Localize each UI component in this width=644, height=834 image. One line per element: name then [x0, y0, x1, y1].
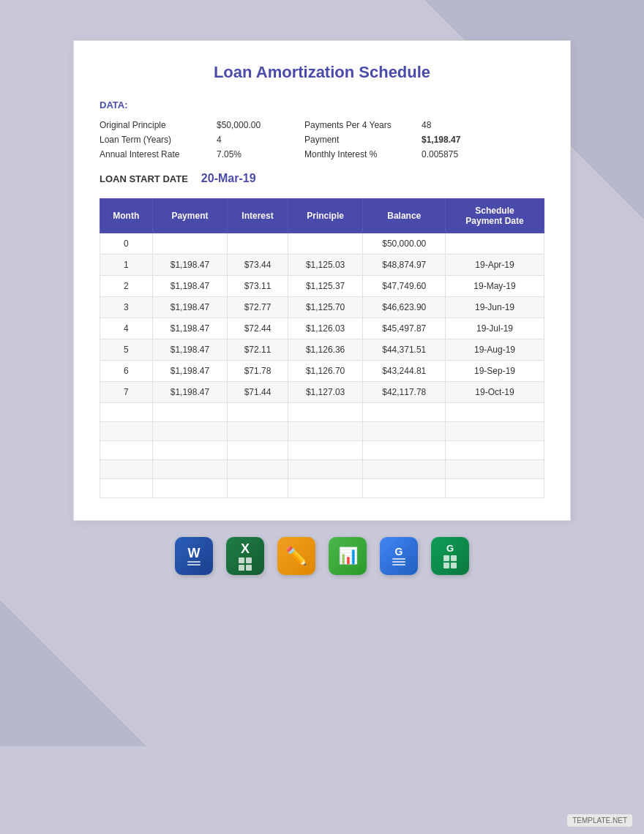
cell-date: 19-Sep-19: [446, 361, 544, 382]
excel-icon[interactable]: X: [226, 537, 264, 575]
cell-balance: $46,623.90: [363, 297, 446, 318]
table-row: [100, 460, 544, 479]
cell-balance: $42,117.78: [363, 382, 446, 403]
cell-payment: $1,198.47: [152, 276, 228, 297]
table-row: [100, 403, 544, 422]
cell-date: [446, 441, 544, 460]
cell-principle: $1,126.70: [288, 361, 363, 382]
cell-interest: $73.11: [228, 276, 288, 297]
payments-per-value: 48: [422, 118, 487, 132]
pages-icon[interactable]: ✏️: [277, 537, 315, 575]
cell-principle: [288, 479, 363, 498]
word-icon[interactable]: W: [175, 537, 213, 575]
cell-balance: $44,371.51: [363, 339, 446, 361]
table-row: 7$1,198.47$71.44$1,127.03$42,117.7819-Oc…: [100, 382, 544, 403]
cell-balance: [363, 422, 446, 441]
cell-month: [100, 479, 153, 498]
cell-payment: [152, 460, 228, 479]
cell-payment: $1,198.47: [152, 361, 228, 382]
cell-balance: [363, 460, 446, 479]
cell-interest: $71.44: [228, 382, 288, 403]
table-header-row: Month Payment Interest Principle Balance…: [100, 199, 544, 233]
cell-date: [446, 460, 544, 479]
original-principle-value: $50,000.00: [217, 118, 304, 132]
col-header-balance: Balance: [363, 199, 446, 233]
cell-date: 19-Apr-19: [446, 255, 544, 276]
cell-balance: $45,497.87: [363, 318, 446, 339]
cell-month: 3: [100, 297, 153, 318]
cell-interest: $71.78: [228, 361, 288, 382]
table-row: 2$1,198.47$73.11$1,125.37$47,749.6019-Ma…: [100, 276, 544, 297]
cell-principle: $1,125.37: [288, 276, 363, 297]
data-grid: Original Principle $50,000.00 Payments P…: [100, 118, 544, 162]
cell-balance: $48,874.97: [363, 255, 446, 276]
col-header-schedule-date: SchedulePayment Date: [446, 199, 544, 233]
loan-start-date: 20-Mar-19: [201, 172, 256, 185]
cell-payment: $1,198.47: [152, 297, 228, 318]
cell-payment: [152, 233, 228, 255]
cell-balance: [363, 479, 446, 498]
document-title: Loan Amortization Schedule: [100, 63, 544, 82]
cell-principle: [288, 441, 363, 460]
cell-payment: [152, 479, 228, 498]
loan-start-label: LOAN START DATE: [100, 173, 188, 184]
table-row: [100, 479, 544, 498]
cell-principle: $1,126.03: [288, 318, 363, 339]
cell-date: [446, 233, 544, 255]
table-row: 1$1,198.47$73.44$1,125.03$48,874.9719-Ap…: [100, 255, 544, 276]
cell-payment: [152, 422, 228, 441]
cell-month: 5: [100, 339, 153, 361]
cell-interest: $73.44: [228, 255, 288, 276]
cell-principle: [288, 403, 363, 422]
table-row: 4$1,198.47$72.44$1,126.03$45,497.8719-Ju…: [100, 318, 544, 339]
cell-balance: $43,244.81: [363, 361, 446, 382]
cell-interest: [228, 479, 288, 498]
loan-term-label: Loan Term (Years): [100, 132, 217, 147]
original-principle-label: Original Principle: [100, 118, 217, 132]
cell-balance: $47,749.60: [363, 276, 446, 297]
cell-date: 19-May-19: [446, 276, 544, 297]
document-card: Loan Amortization Schedule DATA: Origina…: [73, 40, 571, 521]
amortization-table: Month Payment Interest Principle Balance…: [100, 198, 544, 498]
google-sheets-icon[interactable]: G: [431, 537, 469, 575]
google-docs-icon[interactable]: G: [380, 537, 418, 575]
cell-date: 19-Aug-19: [446, 339, 544, 361]
cell-balance: [363, 403, 446, 422]
cell-date: [446, 479, 544, 498]
cell-interest: [228, 422, 288, 441]
col-header-interest: Interest: [228, 199, 288, 233]
cell-principle: $1,125.70: [288, 297, 363, 318]
cell-principle: $1,126.36: [288, 339, 363, 361]
cell-principle: $1,127.03: [288, 382, 363, 403]
cell-date: [446, 403, 544, 422]
cell-interest: $72.77: [228, 297, 288, 318]
table-row: 3$1,198.47$72.77$1,125.70$46,623.9019-Ju…: [100, 297, 544, 318]
table-row: [100, 441, 544, 460]
payment-value: $1,198.47: [422, 132, 487, 147]
cell-principle: $1,125.03: [288, 255, 363, 276]
cell-payment: $1,198.47: [152, 382, 228, 403]
cell-month: [100, 422, 153, 441]
app-icons-bar: W X ✏️ 📊 G: [175, 537, 469, 575]
cell-principle: [288, 233, 363, 255]
cell-interest: $72.44: [228, 318, 288, 339]
numbers-icon[interactable]: 📊: [329, 537, 367, 575]
cell-date: 19-Jul-19: [446, 318, 544, 339]
cell-month: [100, 441, 153, 460]
col-header-payment: Payment: [152, 199, 228, 233]
cell-interest: [228, 460, 288, 479]
cell-month: 6: [100, 361, 153, 382]
cell-interest: $72.11: [228, 339, 288, 361]
col-header-principle: Principle: [288, 199, 363, 233]
cell-month: 0: [100, 233, 153, 255]
table-row: 0$50,000.00: [100, 233, 544, 255]
cell-month: [100, 403, 153, 422]
template-net-badge: TEMPLATE.NET: [567, 814, 632, 827]
cell-payment: $1,198.47: [152, 318, 228, 339]
cell-payment: [152, 441, 228, 460]
cell-interest: [228, 403, 288, 422]
table-row: 6$1,198.47$71.78$1,126.70$43,244.8119-Se…: [100, 361, 544, 382]
monthly-interest-value: 0.005875: [422, 147, 487, 162]
cell-balance: $50,000.00: [363, 233, 446, 255]
cell-interest: [228, 233, 288, 255]
